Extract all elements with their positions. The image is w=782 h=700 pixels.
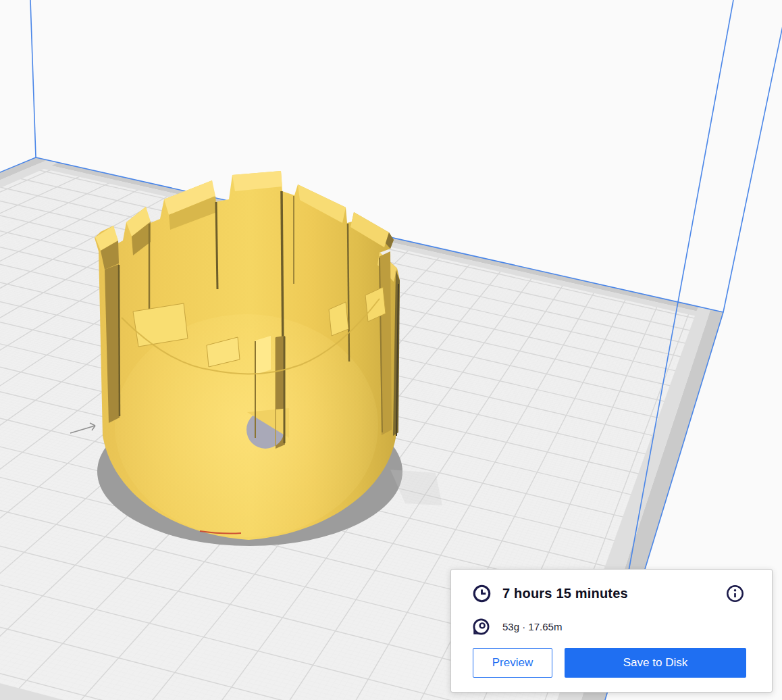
action-buttons: Preview Save to Disk [473, 648, 746, 678]
model-crenellated-cylinder[interactable] [95, 171, 400, 540]
print-time-row: 7 hours 15 minutes [472, 584, 745, 603]
info-icon[interactable] [725, 584, 745, 603]
save-to-disk-button[interactable]: Save to Disk [565, 648, 746, 678]
clock-icon [472, 584, 492, 603]
cura-3d-viewport: 7 hours 15 minutes 53g · 17.65m Preview … [0, 0, 782, 700]
material-spool-icon [472, 618, 490, 636]
material-usage-row: 53g · 17.65m [472, 618, 562, 636]
print-time-label: 7 hours 15 minutes [502, 586, 628, 601]
preview-button[interactable]: Preview [473, 648, 552, 678]
model-interior-light [115, 314, 378, 537]
print-job-panel: 7 hours 15 minutes 53g · 17.65m Preview … [450, 569, 773, 693]
material-usage-label: 53g · 17.65m [502, 621, 562, 632]
